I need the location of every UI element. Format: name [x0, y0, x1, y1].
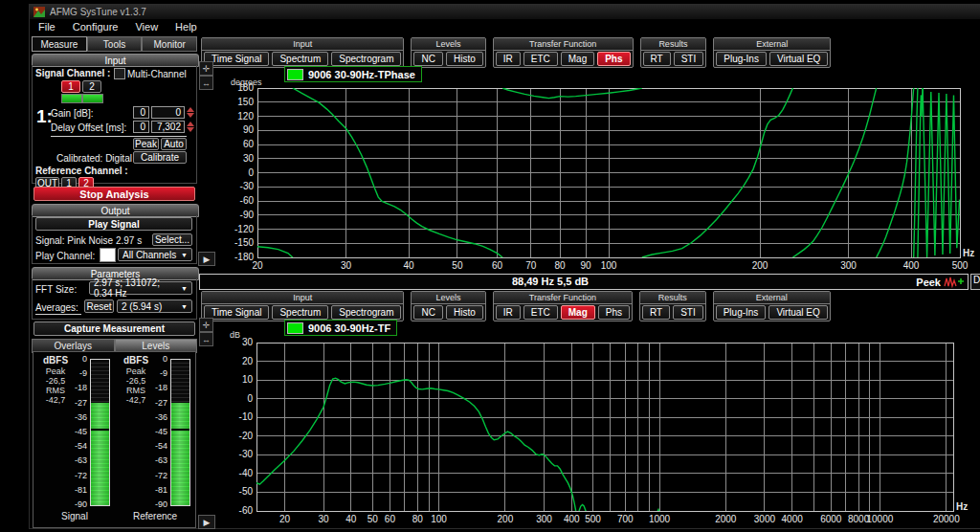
toolbar-group-results: ResultsRTSTI: [640, 37, 707, 68]
toolbar-button-spectrum[interactable]: Spectrum: [272, 305, 328, 320]
toolbar-button-histo[interactable]: Histo: [446, 305, 483, 320]
pan-icon[interactable]: ✛: [199, 318, 213, 332]
play-channel-dropdown[interactable]: All Channels ▼: [118, 248, 192, 261]
calibrate-button[interactable]: Calibrate: [133, 151, 187, 164]
menu-item-file[interactable]: File: [30, 21, 64, 33]
meter-unit-label: dBFS: [43, 355, 68, 366]
svg-text:-150: -150: [234, 237, 254, 248]
signal-source-label: Signal: Pink Noise 2.97 s: [35, 235, 142, 246]
toolbar-group-external: ExternalPlug-InsVirtual EQ: [713, 291, 831, 321]
toolbar-button-nc[interactable]: NC: [413, 52, 442, 66]
multi-channel-checkbox[interactable]: [114, 68, 125, 79]
svg-text:-180: -180: [234, 252, 254, 262]
svg-text:50: 50: [452, 260, 463, 271]
toolbar-group-results: ResultsRTSTI: [639, 291, 706, 321]
toolbar-button-rt[interactable]: RT: [643, 52, 671, 66]
pan-icon[interactable]: ✛: [199, 61, 213, 76]
toolbar-button-ir[interactable]: IR: [496, 305, 521, 320]
signal-channel-2-button[interactable]: 2: [82, 80, 101, 93]
bottom-chart-legend[interactable]: 9006 30-90Hz-TF: [284, 320, 397, 336]
peak-button[interactable]: Peak: [133, 138, 159, 150]
toolbar-button-nc[interactable]: NC: [413, 305, 442, 320]
menu-item-help[interactable]: Help: [167, 21, 206, 33]
delay-field-2[interactable]: 7,302: [151, 121, 185, 133]
toolbar-button-virtual-eq[interactable]: Virtual EQ: [769, 52, 828, 66]
signal-channel-1-button[interactable]: 1: [61, 80, 80, 93]
toolbar-button-sti[interactable]: STI: [674, 52, 704, 66]
toolbar-button-spectrogram[interactable]: Spectrogram: [331, 305, 401, 320]
toolbar-button-time-signal[interactable]: Time Signal: [204, 52, 269, 66]
svg-text:60: 60: [492, 260, 503, 271]
toolbar-button-time-signal[interactable]: Time Signal: [204, 305, 269, 320]
gain-field-1[interactable]: 0: [133, 106, 149, 119]
toolbar-button-etc[interactable]: ETC: [523, 52, 558, 66]
tab-measure[interactable]: Measure: [32, 36, 87, 52]
delay-field-1[interactable]: 0: [133, 121, 149, 133]
toolbar-button-phs[interactable]: Phs: [598, 305, 630, 320]
svg-text:500: 500: [585, 514, 601, 524]
svg-text:40: 40: [404, 260, 415, 271]
play-channel-label: Play Channel:: [35, 251, 95, 261]
toolbar-group-title: Transfer Function: [494, 38, 633, 51]
magnitude-chart[interactable]: 3020100-10-20-30-40-50-60203040506080100…: [192, 336, 979, 528]
chevron-down-icon: ▼: [181, 252, 188, 258]
svg-text:90: 90: [243, 124, 255, 135]
toolbar-button-etc[interactable]: ETC: [523, 305, 558, 320]
tab-tools[interactable]: Tools: [87, 36, 143, 52]
peek-waveform-icon[interactable]: [944, 276, 965, 288]
toolbar-button-phs[interactable]: Phs: [597, 52, 630, 66]
screen: AFMG SysTune v1.3.7 FileConfigureViewHel…: [0, 0, 980, 532]
clipped-button[interactable]: D: [970, 274, 980, 290]
fft-size-dropdown[interactable]: 2.97 s; 131072; 0.34 Hz ▼: [89, 281, 192, 295]
toolbar-button-ir[interactable]: IR: [496, 52, 521, 66]
toolbar-button-rt[interactable]: RT: [642, 305, 670, 320]
toolbar-button-plug-ins[interactable]: Plug-Ins: [716, 305, 767, 320]
tab-monitor[interactable]: Monitor: [142, 36, 197, 52]
fft-size-value: 2.97 s; 131072; 0.34 Hz: [94, 277, 181, 299]
svg-text:-60: -60: [240, 195, 255, 206]
menu-bar: FileConfigureViewHelp: [30, 19, 980, 34]
averages-dropdown[interactable]: 2 (5.94 s) ▼: [117, 299, 192, 313]
toolbar-group-title: Results: [641, 38, 706, 51]
toolbar-button-sti[interactable]: STI: [673, 305, 703, 320]
play-signal-button[interactable]: Play Signal: [35, 217, 192, 231]
legend-color-swatch: [287, 322, 303, 334]
toolbar-button-mag[interactable]: Mag: [561, 305, 595, 320]
toolbar-button-virtual-eq[interactable]: Virtual EQ: [768, 305, 827, 320]
svg-text:180: 180: [237, 82, 254, 93]
menu-item-view[interactable]: View: [126, 21, 167, 33]
toolbar-button-mag[interactable]: Mag: [561, 52, 594, 66]
gain-field-2[interactable]: 0: [151, 106, 185, 119]
toolbar-button-plug-ins[interactable]: Plug-Ins: [716, 52, 767, 66]
capture-measurement-button[interactable]: Capture Measurement: [33, 321, 195, 336]
delay-slider-track[interactable]: [51, 136, 187, 137]
svg-text:90: 90: [580, 260, 591, 271]
play-channel-color-swatch[interactable]: [100, 248, 116, 262]
phase-chart[interactable]: 1801501209060300-30-60-90-120-150-180203…: [192, 81, 979, 275]
svg-text:-60: -60: [239, 505, 254, 516]
toolbar-group-input: InputTime SignalSpectrumSpectrogram: [201, 37, 404, 68]
stop-analysis-button[interactable]: Stop Analysis: [33, 187, 195, 201]
svg-text:30: 30: [242, 337, 254, 347]
legend-color-swatch: [287, 69, 303, 80]
toolbar-button-spectrum[interactable]: Spectrum: [272, 52, 328, 66]
toolbar-group-title: Levels: [412, 38, 484, 51]
peek-label: Peek: [916, 277, 941, 288]
cursor-status-strip: 88,49 Hz 5,5 dB Peek: [199, 274, 969, 290]
menu-item-configure[interactable]: Configure: [64, 21, 127, 33]
gain-label: Gain [dB]:: [51, 108, 93, 119]
select-signal-button[interactable]: Select...: [152, 233, 192, 246]
meter-rms-marker: [91, 429, 109, 431]
svg-text:400: 400: [564, 514, 580, 524]
svg-text:300: 300: [840, 260, 857, 271]
toolbar-button-histo[interactable]: Histo: [446, 52, 483, 66]
svg-text:-90: -90: [240, 210, 255, 220]
reset-averages-button[interactable]: Reset: [84, 299, 114, 313]
meter-name-label: Signal: [35, 511, 114, 521]
legend-label: 9006 30-90Hz-TPhase: [308, 69, 415, 80]
svg-text:Hz: Hz: [963, 248, 974, 258]
toolbar-button-spectrogram[interactable]: Spectrogram: [331, 52, 401, 66]
top-chart-legend[interactable]: 9006 30-90Hz-TPhase: [284, 66, 422, 82]
auto-button[interactable]: Auto: [161, 138, 187, 150]
svg-text:-40: -40: [239, 468, 254, 478]
